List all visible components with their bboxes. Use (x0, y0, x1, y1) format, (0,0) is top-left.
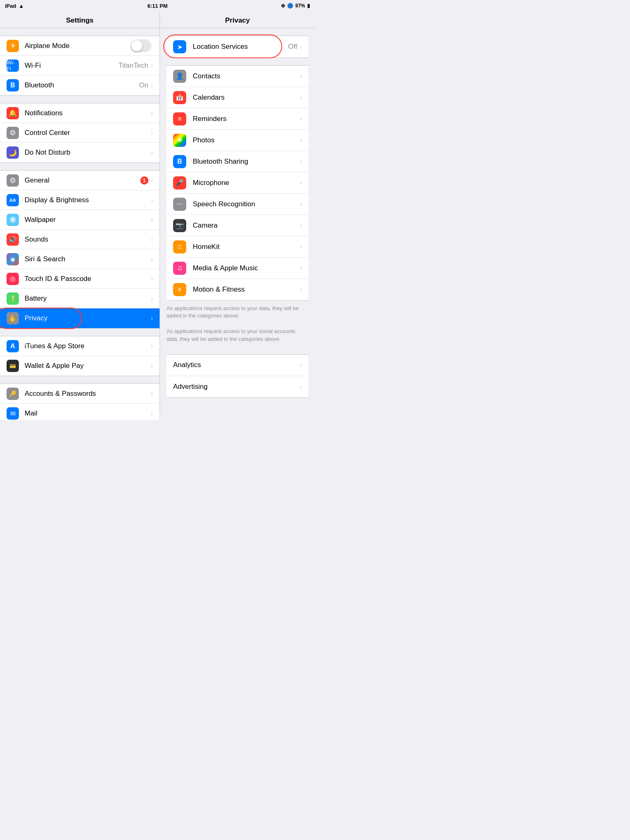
siri-chevron-icon: › (151, 256, 153, 263)
wifi-value: TitanTech (119, 62, 148, 70)
analytics-chevron-icon: › (300, 361, 302, 369)
battery-icon: ▮ (307, 3, 310, 9)
privacy-item-advertising[interactable]: Advertising › (167, 376, 308, 397)
settings-group-connectivity: ✈ Airplane Mode Wi-Fi Wi-Fi TitanTech › … (0, 36, 160, 96)
sidebar-item-mail[interactable]: ✉ Mail › (0, 404, 160, 420)
motion-label: Motion & Fitness (193, 285, 300, 294)
privacy-item-reminders[interactable]: ≡ Reminders › (167, 108, 308, 130)
motion-icon: ≡ (173, 283, 186, 296)
preferences-list: ⚙ General 1 › AA Display & Brightness › … (0, 170, 160, 329)
applemusic-label: Media & Apple Music (193, 264, 300, 272)
contacts-label: Contacts (193, 72, 300, 80)
sidebar-item-general[interactable]: ⚙ General 1 › (0, 171, 160, 190)
settings-group-system: 🔔 Notifications › ⚙ Control Center › 🌙 D… (0, 103, 160, 163)
privacy-item-microphone[interactable]: 🎤 Microphone › (167, 172, 308, 194)
notifications-chevron-icon: › (151, 110, 153, 117)
speech-chevron-icon: › (300, 201, 302, 208)
right-panel: Privacy ➤ Location Services Off › 👤 Cont… (160, 11, 315, 420)
location-chevron-icon: › (300, 43, 302, 50)
contacts-chevron-icon: › (300, 73, 302, 80)
privacy-item-applemusic[interactable]: ♫ Media & Apple Music › (167, 258, 308, 279)
applemusic-icon: ♫ (173, 262, 186, 275)
privacy-item-photos[interactable]: ❋ Photos › (167, 130, 308, 151)
left-panel: Settings ✈ Airplane Mode Wi-Fi Wi-Fi Tit… (0, 11, 160, 420)
speech-label: Speech Recognition (193, 200, 300, 208)
sidebar-item-accounts[interactable]: 🔑 Accounts & Passwords › (0, 384, 160, 404)
bluetooth-status-icon: 🔵 (287, 3, 293, 9)
analytics-advertising-list: Analytics › Advertising › (167, 354, 308, 398)
sidebar-item-appstore[interactable]: A iTunes & App Store › (0, 336, 160, 356)
location-services-list: ➤ Location Services Off › (167, 36, 308, 58)
bluetooth-sharing-label: Bluetooth Sharing (193, 158, 300, 166)
display-label: Display & Brightness (25, 196, 151, 204)
sidebar-item-wallet[interactable]: 💳 Wallet & Apple Pay › (0, 356, 160, 376)
wallet-label: Wallet & Apple Pay (25, 362, 151, 370)
notifications-label: Notifications (25, 109, 151, 117)
privacy-item-bluetooth-sharing[interactable]: B Bluetooth Sharing › (167, 151, 308, 172)
appstore-label: iTunes & App Store (25, 342, 151, 350)
bluetooth-sharing-chevron-icon: › (300, 158, 302, 165)
sidebar-item-bluetooth[interactable]: B Bluetooth On › (0, 75, 160, 95)
sidebar-item-privacy[interactable]: ✋ Privacy › (0, 308, 160, 328)
accounts-icon: 🔑 (7, 388, 19, 400)
mail-label: Mail (25, 409, 151, 418)
privacy-items-list: 👤 Contacts › 📅 Calendars › ≡ Reminders ›… (167, 65, 308, 301)
privacy-item-calendars[interactable]: 📅 Calendars › (167, 87, 308, 108)
camera-chevron-icon: › (300, 222, 302, 229)
sidebar-item-airplane[interactable]: ✈ Airplane Mode (0, 36, 160, 56)
footnote-2: As applications request access to your s… (160, 324, 315, 347)
donotdisturb-icon: 🌙 (7, 146, 19, 159)
settings-title: Settings (0, 11, 160, 28)
connectivity-list: ✈ Airplane Mode Wi-Fi Wi-Fi TitanTech › … (0, 36, 160, 96)
privacy-item-homekit[interactable]: ⌂ HomeKit › (167, 236, 308, 258)
display-icon: AA (7, 194, 19, 206)
bluetooth-value: On (139, 81, 148, 89)
sounds-label: Sounds (25, 235, 151, 244)
privacy-item-motion[interactable]: ≡ Motion & Fitness › (167, 279, 308, 300)
battery-settings-icon: 🔋 (7, 292, 19, 305)
sidebar-item-battery[interactable]: 🔋 Battery › (0, 289, 160, 308)
mail-icon: ✉ (7, 407, 19, 420)
calendars-label: Calendars (193, 94, 300, 102)
sidebar-item-notifications[interactable]: 🔔 Notifications › (0, 103, 160, 123)
privacy-item-analytics[interactable]: Analytics › (167, 355, 308, 376)
touchid-chevron-icon: › (151, 275, 153, 283)
wifi-settings-icon: Wi-Fi (7, 59, 19, 72)
location-icon: ➤ (173, 40, 186, 53)
photos-chevron-icon: › (300, 137, 302, 144)
sidebar-item-display[interactable]: AA Display & Brightness › (0, 190, 160, 210)
photos-icon: ❋ (173, 134, 186, 147)
applemusic-chevron-icon: › (300, 265, 302, 272)
privacy-title: Privacy (160, 11, 315, 28)
location-value: Off (288, 43, 297, 51)
sidebar-item-wifi[interactable]: Wi-Fi Wi-Fi TitanTech › (0, 56, 160, 75)
bluetooth-chevron-icon: › (151, 82, 153, 89)
sidebar-item-siri[interactable]: ◉ Siri & Search › (0, 249, 160, 269)
sidebar-item-wallpaper[interactable]: ❋ Wallpaper › (0, 210, 160, 230)
sidebar-item-touchid[interactable]: ◎ Touch ID & Passcode › (0, 269, 160, 289)
advertising-chevron-icon: › (300, 383, 302, 390)
footnote-1: As applications request access to your d… (160, 301, 315, 324)
camera-icon: 📷 (173, 219, 186, 232)
status-center: 6:11 PM (147, 3, 167, 9)
status-left: iPad ▲ (5, 3, 24, 9)
privacy-item-contacts[interactable]: 👤 Contacts › (167, 66, 308, 87)
analytics-label: Analytics (173, 361, 300, 369)
sidebar-item-sounds[interactable]: 🔊 Sounds › (0, 230, 160, 249)
wifi-icon: ▲ (18, 3, 24, 9)
sidebar-item-donotdisturb[interactable]: 🌙 Do Not Disturb › (0, 143, 160, 162)
accounts-chevron-icon: › (151, 390, 153, 397)
sidebar-item-controlcenter[interactable]: ⚙ Control Center › (0, 123, 160, 143)
reminders-label: Reminders (193, 115, 300, 123)
bluetooth-label: Bluetooth (25, 81, 139, 89)
wallet-chevron-icon: › (151, 362, 153, 370)
privacy-item-camera[interactable]: 📷 Camera › (167, 215, 308, 236)
wifi-chevron-icon: › (151, 62, 153, 69)
calendars-icon: 📅 (173, 91, 186, 104)
privacy-item-speech[interactable]: 〰 Speech Recognition › (167, 194, 308, 215)
system-list: 🔔 Notifications › ⚙ Control Center › 🌙 D… (0, 103, 160, 163)
privacy-item-location[interactable]: ➤ Location Services Off › (167, 36, 308, 57)
donotdisturb-chevron-icon: › (151, 149, 153, 156)
airplane-toggle[interactable] (130, 39, 151, 52)
camera-label: Camera (193, 221, 300, 230)
